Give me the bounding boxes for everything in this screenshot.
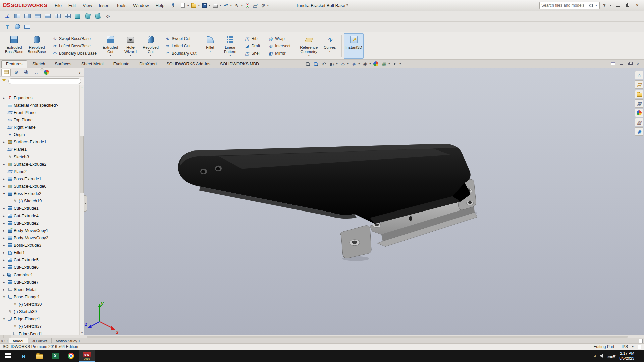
reference-geometry-button[interactable]: Reference Geometry <box>298 33 319 59</box>
command-tab[interactable]: Features <box>1 60 27 68</box>
tree-item[interactable]: Cut-Extrude4 <box>1 212 79 220</box>
units-caret-icon[interactable] <box>631 345 634 348</box>
excel-icon[interactable]: X <box>47 350 63 362</box>
tree-item[interactable]: Cut-Extrude1 <box>1 205 79 212</box>
command-tab[interactable]: DimXpert <box>135 60 161 68</box>
dropdown-caret-icon[interactable] <box>307 54 310 57</box>
panel-expand-chevron-icon[interactable] <box>77 70 83 75</box>
mirror-button[interactable]: Mirror <box>266 50 292 57</box>
tree-item[interactable]: Origin <box>1 131 79 138</box>
window-restore-button[interactable] <box>624 2 632 9</box>
quick-access-button[interactable] <box>190 1 197 9</box>
view-toolbar-button[interactable] <box>43 12 52 21</box>
extruded-cut-button[interactable]: Extruded Cut <box>101 33 120 59</box>
units-selector[interactable]: IPS <box>622 344 628 349</box>
quick-access-button[interactable] <box>233 1 240 9</box>
heads-up-button[interactable] <box>304 60 311 67</box>
tree-item[interactable]: Right Plane <box>1 124 79 131</box>
tab-nav-icon[interactable]: « <box>1 339 3 343</box>
document-window-button[interactable] <box>626 61 633 67</box>
tree-item[interactable]: (-) Sketch19 <box>1 197 79 205</box>
tools-toolbar-button[interactable] <box>13 22 22 31</box>
expand-arrow-icon[interactable] <box>2 258 6 262</box>
task-pane-button[interactable] <box>635 109 643 117</box>
tree-item[interactable]: Edge-Flange1 <box>1 315 79 323</box>
filter-funnel-icon[interactable] <box>2 79 7 83</box>
search-icon[interactable] <box>589 3 593 8</box>
quick-access-button[interactable] <box>211 1 219 9</box>
menu-item[interactable]: File <box>51 1 65 10</box>
heads-up-button[interactable] <box>312 60 319 67</box>
dropdown-caret-icon[interactable] <box>129 54 132 57</box>
dropdown-caret-icon[interactable] <box>388 62 391 65</box>
tree-item[interactable]: Surface-Extrude6 <box>1 183 79 190</box>
tree-item[interactable]: (-) Sketch37 <box>1 323 79 330</box>
graphics-viewport[interactable]: y x z <box>84 68 644 335</box>
tree-item[interactable]: Boss-Extrude1 <box>1 175 79 183</box>
tree-scrollbar[interactable] <box>79 85 84 335</box>
search-caret-icon[interactable] <box>595 4 598 7</box>
help-button[interactable]: ? <box>601 3 607 8</box>
tree-item[interactable]: Cut-Extrude2 <box>1 220 79 227</box>
hole-wizard-button[interactable]: Hole Wizard <box>121 33 140 59</box>
command-tab[interactable]: SOLIDWORKS MBD <box>215 60 264 68</box>
swept-boss-base-button[interactable]: Swept Boss/Base <box>50 35 99 42</box>
dropdown-caret-icon[interactable] <box>149 54 152 57</box>
tree-item[interactable]: Material <not specified> <box>1 102 79 109</box>
tree-item[interactable]: Fillet1 <box>1 249 79 256</box>
heads-up-button[interactable] <box>320 60 327 67</box>
instant3d-button[interactable]: Instant3D <box>344 33 364 59</box>
tree-item[interactable]: Base-Flange1 <box>1 293 79 301</box>
tools-toolbar-button[interactable] <box>23 22 32 31</box>
wrap-button[interactable]: Wrap <box>266 35 292 42</box>
tab-nav-icon[interactable]: ‹ <box>4 339 5 343</box>
dropdown-caret-icon[interactable] <box>335 62 338 65</box>
view-toolbar-button[interactable] <box>13 12 22 21</box>
expand-arrow-icon[interactable] <box>2 140 6 144</box>
quick-access-button[interactable] <box>244 1 251 9</box>
solidworks-taskbar-icon[interactable]: SW 2016 <box>79 350 95 362</box>
expand-arrow-icon[interactable] <box>2 177 6 181</box>
lofted-boss-base-button[interactable]: Lofted Boss/Base <box>50 43 99 50</box>
dropdown-caret-icon[interactable] <box>229 4 232 7</box>
expand-arrow-icon[interactable] <box>2 273 6 277</box>
dropdown-caret-icon[interactable] <box>346 62 350 65</box>
heads-up-button[interactable] <box>361 60 369 67</box>
tree-item[interactable]: Cut-Extrude7 <box>1 279 79 286</box>
tree-item[interactable]: Equations <box>1 94 79 102</box>
swept-cut-button[interactable]: Swept Cut <box>162 35 198 42</box>
curves-button[interactable]: Curves <box>320 33 339 59</box>
shell-button[interactable]: Shell <box>242 50 262 57</box>
document-window-button[interactable] <box>609 61 616 67</box>
expand-arrow-icon[interactable] <box>2 295 6 299</box>
tree-item[interactable]: Cut-Extrude6 <box>1 264 79 271</box>
dropdown-caret-icon[interactable] <box>197 4 200 7</box>
expand-arrow-icon[interactable] <box>2 185 6 188</box>
expand-arrow-icon[interactable] <box>2 281 6 284</box>
model-tab[interactable]: 3D Views <box>28 338 52 343</box>
tree-item[interactable]: Top Plane <box>1 116 79 124</box>
lofted-cut-button[interactable]: Lofted Cut <box>162 43 198 50</box>
manager-tab[interactable] <box>21 69 31 76</box>
dropdown-caret-icon[interactable] <box>358 62 361 65</box>
task-pane-button[interactable] <box>635 118 643 126</box>
file-explorer-taskbar-icon[interactable] <box>32 350 47 362</box>
revolved-boss-base-button[interactable]: Revolved Boss/Base <box>26 33 48 59</box>
tree-item[interactable]: Edge-Bend1 <box>1 330 79 335</box>
expand-arrow-icon[interactable] <box>2 266 6 269</box>
expand-arrow-icon[interactable] <box>2 317 6 321</box>
revolved-cut-button[interactable]: Revolved Cut <box>141 33 160 59</box>
tab-nav-icon[interactable]: › <box>7 339 8 343</box>
linear-pattern-button[interactable]: Linear Pattern <box>220 33 240 59</box>
task-pane-button[interactable] <box>635 71 643 79</box>
command-tab[interactable]: Sheet Metal <box>76 60 108 68</box>
tree-item[interactable]: Cut-Extrude5 <box>1 256 79 264</box>
dropdown-caret-icon[interactable] <box>209 50 212 53</box>
heads-up-button[interactable] <box>372 60 380 67</box>
scroll-down-icon[interactable] <box>80 330 84 335</box>
command-tab[interactable]: Evaluate <box>109 60 135 68</box>
heads-up-button[interactable] <box>380 60 388 67</box>
help-caret-icon[interactable] <box>609 4 612 7</box>
dropdown-caret-icon[interactable] <box>186 4 190 7</box>
view-toolbar-button[interactable] <box>23 12 32 21</box>
